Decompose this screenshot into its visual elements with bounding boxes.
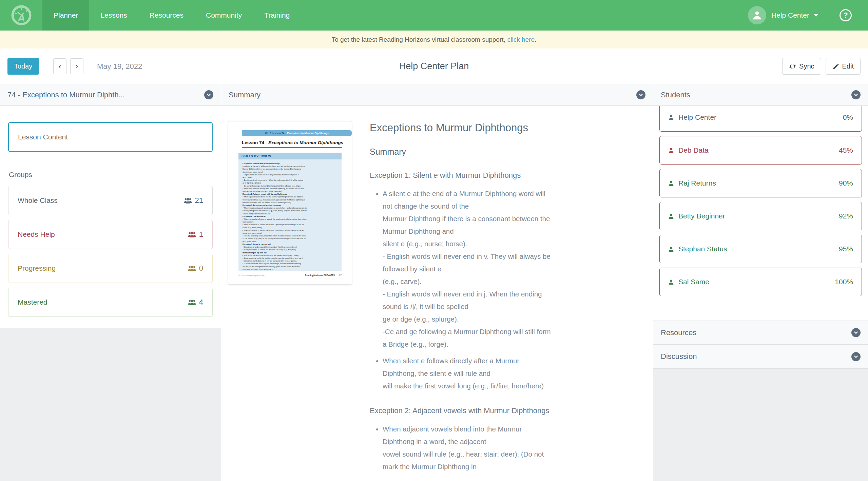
- resources-section-header[interactable]: Resources: [653, 321, 868, 345]
- expand-resources-icon[interactable]: [851, 328, 861, 337]
- summary-subheading: Summary: [370, 147, 636, 157]
- summary-bullet: A silent e at the end of a Murmur Diphth…: [383, 187, 636, 350]
- students-list[interactable]: Help Center0%Deb Data45%Raj Returns90%Be…: [653, 106, 868, 321]
- nav-right: Help Center ?: [748, 0, 868, 31]
- lesson-content-button[interactable]: Lesson Content: [8, 122, 213, 152]
- next-day-button[interactable]: ›: [70, 58, 83, 74]
- person-icon: [752, 11, 762, 20]
- gauge-logo-icon: A: [10, 4, 33, 26]
- lesson-page-thumbnail[interactable]: Ch. 5 Lesson 74 · Exceptions to Murmur D…: [228, 121, 352, 285]
- person-icon: [668, 279, 674, 285]
- student-name: Stephan Status: [678, 245, 727, 253]
- summary-content: Exceptions to Murmur Diphthongs Summary …: [370, 121, 646, 477]
- svg-text:A: A: [17, 12, 25, 23]
- chevron-down-icon[interactable]: [814, 14, 818, 17]
- group-card[interactable]: Whole Class21: [8, 186, 213, 215]
- collapse-lesson-panel-icon[interactable]: [204, 90, 213, 99]
- users-icon: [188, 231, 196, 238]
- thumbnail-rule: [242, 147, 342, 148]
- group-count-value: 0: [199, 264, 203, 273]
- group-card[interactable]: Mastered4: [8, 288, 213, 317]
- nav-tab-resources[interactable]: Resources: [138, 0, 195, 31]
- person-icon: [668, 213, 674, 219]
- sync-button-label: Sync: [799, 62, 814, 70]
- help-icon[interactable]: ?: [840, 9, 852, 21]
- top-navbar: A PlannerLessonsResourcesCommunityTraini…: [0, 0, 868, 31]
- student-progress: 95%: [839, 245, 853, 253]
- thumbnail-copyright: © 2017 by Reading Horizons: [238, 274, 265, 276]
- resources-section-title: Resources: [661, 328, 696, 337]
- summary-lesson-title: Exceptions to Murmur Diphthongs: [370, 121, 636, 135]
- group-count: 4: [188, 298, 203, 307]
- users-icon: [184, 197, 192, 204]
- app-logo[interactable]: A: [0, 0, 42, 31]
- notice-suffix: .: [535, 36, 536, 43]
- nav-tab-lessons[interactable]: Lessons: [89, 0, 138, 31]
- thumbnail-lesson-title: Lesson 74 · Exceptions to Murmur Diphtho…: [242, 140, 342, 145]
- group-count: 0: [188, 264, 203, 273]
- lesson-panel-title: 74 - Exceptions to Murmur Diphth...: [7, 91, 125, 99]
- prev-day-button[interactable]: ‹: [53, 58, 66, 74]
- thumbnail-footer: © 2017 by Reading Horizons ReadingHorizo…: [238, 274, 342, 276]
- summary-section-heading: Exception 1: Silent e with Murmur Diphth…: [370, 171, 636, 180]
- collapse-summary-panel-icon[interactable]: [636, 90, 645, 99]
- students-panel-header: Students: [653, 84, 868, 106]
- thumbnail-band-title: Exceptions to Murmur Diphthongs: [287, 132, 329, 135]
- sync-button[interactable]: Sync: [782, 58, 821, 75]
- student-card[interactable]: Betty Beginner92%: [659, 202, 862, 230]
- pencil-icon: [832, 63, 839, 70]
- planner-toolbar: Today ‹ › May 19, 2022 Help Center Plan …: [0, 49, 868, 84]
- lesson-panel: 74 - Exceptions to Murmur Diphth... Less…: [0, 84, 221, 481]
- student-progress: 0%: [843, 113, 853, 121]
- student-progress: 45%: [839, 146, 853, 154]
- avatar[interactable]: [748, 6, 766, 24]
- summary-sections: Exception 1: Silent e with Murmur Diphth…: [370, 171, 636, 473]
- groups-heading: Groups: [9, 171, 213, 179]
- student-card[interactable]: Help Center0%: [659, 106, 862, 132]
- collapse-students-panel-icon[interactable]: [851, 90, 861, 99]
- users-icon: [188, 265, 196, 272]
- expand-discussion-icon[interactable]: [851, 352, 861, 361]
- group-name: Mastered: [18, 298, 47, 306]
- users-icon: [188, 299, 196, 306]
- students-panel: Students Help Center0%Deb Data45%Raj Ret…: [653, 84, 868, 481]
- edit-button-label: Edit: [842, 62, 854, 70]
- person-icon: [668, 246, 674, 252]
- summary-panel: Summary Ch. 5 Lesson 74 · Exceptions to …: [221, 84, 653, 481]
- group-count: 1: [188, 230, 203, 239]
- notice-link[interactable]: click here: [507, 36, 535, 43]
- summary-section-heading: Exception 2: Adjacent vowels with Murmur…: [370, 406, 636, 415]
- thumbnail-chapter-band: Ch. 5 Lesson 74 · Exceptions to Murmur D…: [242, 130, 352, 136]
- discussion-section-header[interactable]: Discussion: [653, 345, 868, 369]
- student-card[interactable]: Sal Same100%: [659, 268, 862, 296]
- student-card[interactable]: Stephan Status95%: [659, 235, 862, 263]
- group-name: Needs Help: [18, 230, 55, 238]
- nav-tab-training[interactable]: Training: [253, 0, 301, 31]
- page-title: Help Center Plan: [399, 61, 469, 72]
- summary-bullet: When adjacent vowels blend into the Murm…: [383, 423, 636, 473]
- group-count-value: 21: [195, 196, 203, 205]
- group-count-value: 1: [199, 230, 203, 239]
- student-progress: 100%: [835, 278, 853, 286]
- student-card[interactable]: Deb Data45%: [659, 136, 862, 165]
- edit-button[interactable]: Edit: [826, 58, 861, 75]
- sync-icon: [789, 63, 796, 70]
- summary-bullet-list: When adjacent vowels blend into the Murm…: [370, 423, 636, 473]
- thumbnail-body-text: Exception 1: Silent e with Murmur Diphth…: [238, 159, 342, 271]
- thumbnail-brand: ReadingHorizons ELEVATE®: [305, 274, 335, 276]
- person-icon: [668, 147, 674, 154]
- user-menu-label[interactable]: Help Center: [771, 11, 809, 19]
- student-card[interactable]: Raj Returns90%: [659, 169, 862, 197]
- nav-tab-planner[interactable]: Planner: [42, 0, 89, 31]
- nav-tab-community[interactable]: Community: [195, 0, 253, 31]
- student-progress: 90%: [839, 179, 853, 187]
- person-icon: [668, 114, 674, 121]
- today-button[interactable]: Today: [7, 58, 39, 75]
- students-panel-title: Students: [661, 91, 690, 99]
- date-step-group: ‹ ›: [53, 58, 83, 74]
- group-card[interactable]: Needs Help1: [8, 220, 213, 249]
- summary-panel-title: Summary: [229, 91, 261, 99]
- planner-panels: 74 - Exceptions to Murmur Diphth... Less…: [0, 84, 868, 481]
- group-count: 21: [184, 196, 203, 205]
- group-card[interactable]: Progressing0: [8, 254, 213, 283]
